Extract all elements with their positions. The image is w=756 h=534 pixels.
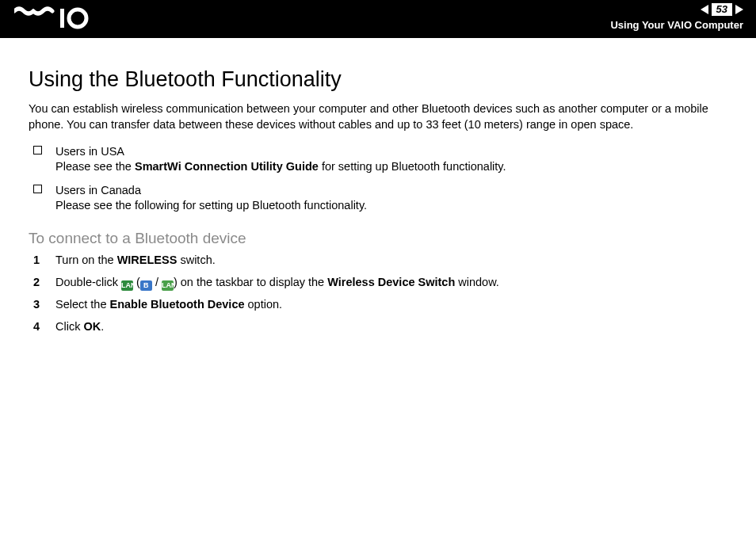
intro-paragraph: You can establish wireless communication… (29, 101, 727, 132)
taskbar-lan-icon: LAN (121, 280, 133, 291)
steps-list: 1 Turn on the WIRELESS switch. 2 Double-… (29, 253, 727, 334)
svg-point-1 (69, 10, 86, 27)
bullet-line1: Users in Canada (55, 184, 141, 196)
step-text-post: . (101, 320, 104, 333)
vaio-logo (14, 6, 90, 36)
step-item: 3 Select the Enable Bluetooth Device opt… (29, 297, 727, 313)
step-number: 1 (33, 253, 40, 269)
next-page-arrow-icon[interactable] (735, 5, 743, 14)
prev-page-arrow-icon[interactable] (701, 5, 708, 14)
list-item: Users in Canada Please see the following… (29, 183, 727, 214)
step-text-bold: Enable Bluetooth Device (110, 298, 245, 311)
bullet-line2-pre: Please see the (55, 160, 135, 173)
bullet-line2-post: for setting up Bluetooth functionality. (319, 160, 506, 173)
step-item: 2 Double-click LAN (B / LAN) on the task… (29, 275, 727, 291)
step-number: 2 (33, 275, 40, 291)
step-text-bold: Wireless Device Switch (327, 276, 455, 288)
bullet-line1: Users in USA (55, 145, 124, 158)
step-text-pre: Double-click (55, 276, 121, 288)
bullet-line2-bold: SmartWi Connection Utility Guide (135, 160, 319, 173)
list-item: Users in USA Please see the SmartWi Conn… (29, 144, 727, 175)
step-text-mid1: ( (133, 276, 140, 288)
step-text-pre: Select the (55, 298, 110, 311)
step-text-mid2: / (152, 276, 162, 288)
step-text-pre: Click (55, 320, 83, 333)
step-text-mid3: ) on the taskbar to display the (174, 276, 327, 288)
step-text-post: option. (245, 298, 283, 311)
step-text-bold: OK (83, 320, 101, 333)
header-bar: 53 Using Your VAIO Computer (0, 0, 756, 38)
subheading: To connect to a Bluetooth device (29, 228, 727, 249)
section-label: Using Your VAIO Computer (610, 19, 743, 31)
step-text-bold: WIRELESS (117, 254, 178, 266)
step-number: 4 (33, 319, 40, 335)
svg-rect-0 (60, 9, 64, 28)
step-item: 4 Click OK. (29, 319, 727, 335)
page-content: Using the Bluetooth Functionality You ca… (0, 38, 756, 334)
step-text-pre: Turn on the (55, 254, 117, 266)
bullet-icon (33, 146, 42, 154)
step-text-post: window. (455, 276, 499, 288)
bullet-line2-pre: Please see the following for setting up … (55, 199, 367, 212)
step-number: 3 (33, 297, 40, 313)
taskbar-bluetooth-icon: B (140, 280, 152, 291)
page-nav: 53 (701, 3, 743, 16)
step-text-post: switch. (177, 254, 215, 266)
step-item: 1 Turn on the WIRELESS switch. (29, 253, 727, 269)
page-title: Using the Bluetooth Functionality (29, 65, 727, 93)
vaio-logo-icon (14, 6, 90, 30)
bullet-icon (33, 185, 42, 193)
taskbar-lan2-icon: LAN (162, 280, 174, 291)
notes-list: Users in USA Please see the SmartWi Conn… (29, 144, 727, 214)
page-number: 53 (712, 3, 732, 16)
